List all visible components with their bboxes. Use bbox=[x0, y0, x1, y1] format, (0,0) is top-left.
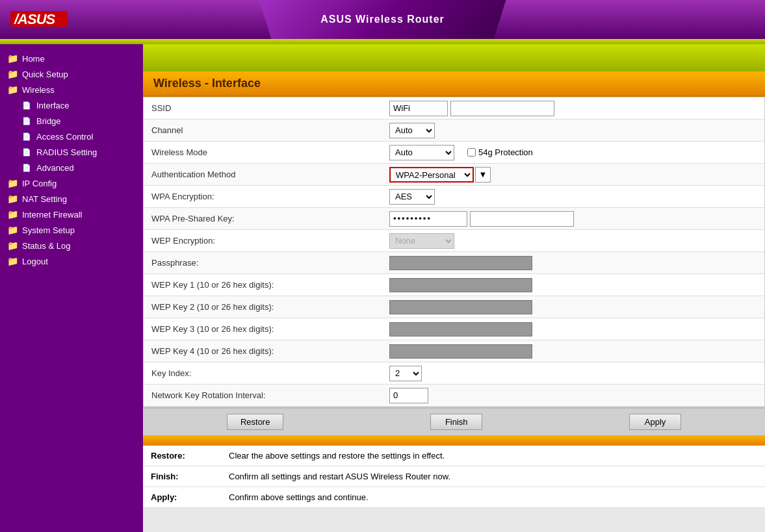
header-title: ASUS Wireless Router bbox=[320, 14, 445, 25]
apply-button[interactable]: Apply bbox=[629, 414, 681, 430]
help-restore-text: Clear the above settings and restore the… bbox=[221, 446, 765, 466]
help-apply-label: Apply: bbox=[143, 487, 221, 508]
folder-icon: 📁 bbox=[6, 69, 18, 79]
ssid-input[interactable] bbox=[389, 101, 448, 116]
header: /ASUS ASUS Wireless Router bbox=[0, 0, 765, 39]
top-yellow-bar bbox=[143, 44, 765, 71]
sidebar-item-system-setup[interactable]: 📁 System Setup bbox=[0, 222, 143, 238]
folder-icon: 📁 bbox=[6, 178, 18, 188]
protection-54g-checkbox[interactable] bbox=[467, 148, 476, 157]
sidebar-item-status-log[interactable]: 📁 Status & Log bbox=[0, 238, 143, 253]
sidebar-item-bridge[interactable]: 📄 Bridge bbox=[0, 113, 143, 129]
ssid-row: SSID bbox=[144, 97, 764, 120]
passphrase-control bbox=[384, 253, 764, 273]
rotation-row: Network Key Rotation Interval: bbox=[144, 385, 764, 407]
green-bar bbox=[0, 39, 765, 44]
ssid-control bbox=[384, 98, 764, 119]
sidebar-item-advanced[interactable]: 📄 Advanced bbox=[0, 160, 143, 175]
key-index-control: 1 2 3 4 bbox=[384, 363, 764, 384]
sidebar-item-nat-setting[interactable]: 📁 NAT Setting bbox=[0, 191, 143, 207]
wep-key2-field bbox=[389, 300, 532, 314]
wep-key3-row: WEP Key 3 (10 or 26 hex digits): bbox=[144, 318, 764, 340]
wep-key1-field bbox=[389, 278, 532, 292]
wep-key3-control bbox=[384, 320, 764, 339]
key-index-row: Key Index: 1 2 3 4 bbox=[144, 362, 764, 385]
header-title-block: ASUS Wireless Router bbox=[259, 0, 506, 39]
page-icon: 📄 bbox=[21, 100, 32, 110]
wep-key4-field bbox=[389, 344, 532, 359]
ssid-extra-input[interactable] bbox=[450, 101, 554, 116]
asus-logo: /ASUS bbox=[10, 6, 69, 34]
wep-key4-label: WEP Key 4 (10 or 26 hex digits): bbox=[144, 342, 384, 360]
channel-control: Auto 123 456 789 1011 bbox=[384, 120, 764, 141]
passphrase-field bbox=[389, 256, 532, 270]
rotation-input[interactable] bbox=[389, 388, 428, 403]
sidebar-item-quick-setup[interactable]: 📁 Quick Setup bbox=[0, 66, 143, 82]
wpa-key-input[interactable] bbox=[389, 211, 467, 227]
main-content: Wireless - Interface SSID Channel Auto 1… bbox=[143, 44, 765, 532]
auth-method-row: Authentication Method Open System Shared… bbox=[144, 164, 764, 186]
wpa-enc-control: AES TKIP AES+TKIP bbox=[384, 186, 764, 207]
protection-54g-label: 54g Protection bbox=[478, 147, 533, 157]
wep-key1-control bbox=[384, 275, 764, 295]
help-apply-row: Apply: Confirm above settings and contin… bbox=[143, 487, 765, 508]
channel-label: Channel bbox=[144, 121, 384, 139]
folder-icon: 📁 bbox=[6, 256, 18, 266]
sidebar-item-internet-firewall[interactable]: 📁 Internet Firewall bbox=[0, 207, 143, 222]
wep-key2-control bbox=[384, 298, 764, 317]
finish-button[interactable]: Finish bbox=[430, 414, 482, 430]
sidebar-item-logout[interactable]: 📁 Logout bbox=[0, 253, 143, 269]
help-table: Restore: Clear the above settings and re… bbox=[143, 446, 765, 508]
restore-button[interactable]: Restore bbox=[227, 414, 284, 430]
rotation-control bbox=[384, 385, 764, 406]
page-icon: 📄 bbox=[21, 147, 32, 157]
auth-arrow-button[interactable]: ▼ bbox=[475, 167, 491, 183]
auth-method-control: Open System Shared Key WPA-Personal WPA2… bbox=[384, 164, 764, 185]
page-icon: 📄 bbox=[21, 116, 32, 126]
wep-key1-row: WEP Key 1 (10 or 26 hex digits): bbox=[144, 274, 764, 296]
wireless-mode-label: Wireless Mode bbox=[144, 144, 384, 161]
wep-enc-label: WEP Encryption: bbox=[144, 232, 384, 249]
ssid-label: SSID bbox=[144, 99, 384, 117]
wep-enc-select[interactable]: None 64-bit 128-bit bbox=[389, 233, 454, 249]
wpa-enc-label: WPA Encryption: bbox=[144, 188, 384, 205]
wep-key2-row: WEP Key 2 (10 or 26 hex digits): bbox=[144, 296, 764, 318]
sidebar-item-home[interactable]: 📁 Home bbox=[0, 51, 143, 66]
wireless-mode-control: Auto b only g only b/g mixed 54g Protect… bbox=[384, 142, 764, 163]
sidebar-item-ip-config[interactable]: 📁 IP Config bbox=[0, 175, 143, 191]
help-finish-row: Finish: Confirm all settings and restart… bbox=[143, 466, 765, 487]
auth-method-select[interactable]: Open System Shared Key WPA-Personal WPA2… bbox=[389, 167, 474, 183]
wep-key3-label: WEP Key 3 (10 or 26 hex digits): bbox=[144, 320, 384, 338]
bottom-orange-bar bbox=[143, 435, 765, 446]
passphrase-row: Passphrase: bbox=[144, 252, 764, 274]
folder-icon: 📁 bbox=[6, 84, 18, 95]
sidebar-item-access-control[interactable]: 📄 Access Control bbox=[0, 129, 143, 144]
wpa-key-extra[interactable] bbox=[470, 211, 574, 227]
wireless-mode-select[interactable]: Auto b only g only b/g mixed bbox=[389, 145, 454, 160]
key-index-label: Key Index: bbox=[144, 364, 384, 382]
wpa-key-row: WPA Pre-Shared Key: bbox=[144, 208, 764, 230]
wpa-enc-select[interactable]: AES TKIP AES+TKIP bbox=[389, 189, 435, 205]
folder-icon: 📁 bbox=[6, 194, 18, 204]
folder-icon: 📁 bbox=[6, 225, 18, 235]
wep-key2-label: WEP Key 2 (10 or 26 hex digits): bbox=[144, 298, 384, 316]
sidebar-item-interface[interactable]: 📄 Interface bbox=[0, 97, 143, 113]
folder-icon: 📁 bbox=[6, 53, 18, 64]
svg-text:/ASUS: /ASUS bbox=[14, 11, 56, 27]
wireless-interface-form: SSID Channel Auto 123 456 789 1011 bbox=[143, 97, 765, 407]
folder-icon: 📁 bbox=[6, 240, 18, 251]
wep-key4-control bbox=[384, 342, 764, 361]
passphrase-label: Passphrase: bbox=[144, 254, 384, 272]
wpa-enc-row: WPA Encryption: AES TKIP AES+TKIP bbox=[144, 186, 764, 208]
wep-enc-control: None 64-bit 128-bit bbox=[384, 231, 764, 251]
auth-method-label: Authentication Method bbox=[144, 166, 384, 183]
help-restore-row: Restore: Clear the above settings and re… bbox=[143, 446, 765, 466]
sidebar-item-radius-setting[interactable]: 📄 RADIUS Setting bbox=[0, 144, 143, 160]
key-index-select[interactable]: 1 2 3 4 bbox=[389, 366, 422, 381]
help-apply-text: Confirm above settings and continue. bbox=[221, 487, 765, 508]
channel-select[interactable]: Auto 123 456 789 1011 bbox=[389, 123, 435, 138]
sidebar-item-wireless[interactable]: 📁 Wireless bbox=[0, 82, 143, 97]
wpa-key-label: WPA Pre-Shared Key: bbox=[144, 210, 384, 227]
sidebar: 📁 Home 📁 Quick Setup 📁 Wireless 📄 Interf… bbox=[0, 44, 143, 532]
help-restore-label: Restore: bbox=[143, 446, 221, 466]
